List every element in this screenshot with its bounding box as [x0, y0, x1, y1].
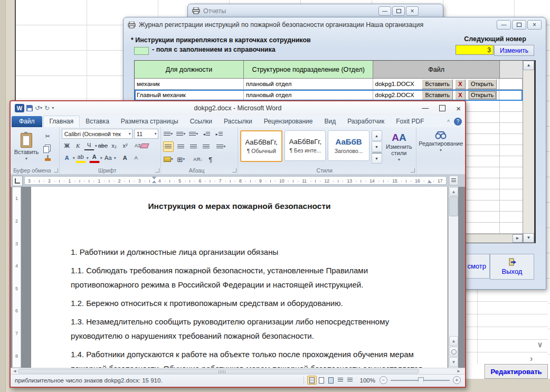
table-vscrollbar[interactable]: ▲ ▼ [523, 61, 534, 243]
edit-button[interactable]: Редактировать [485, 364, 548, 379]
subscript-button[interactable]: x₂ [109, 140, 119, 151]
font-size-combo[interactable]: 11▾ [134, 129, 158, 139]
editing-button[interactable]: Редактирование ▾ [419, 131, 463, 152]
open-file-button-focused[interactable]: Открыть [468, 90, 497, 100]
paragraph-dialog-launcher[interactable] [232, 168, 236, 173]
outline-view-button[interactable] [336, 376, 345, 385]
underline-button[interactable]: Ч [84, 141, 94, 150]
styles-gallery-more-button[interactable]: ▼ [372, 152, 382, 164]
horizontal-ruler[interactable]: 3 · ı · 2 · ı · 1 · ı · ı · 1 · ı · 2 · … [24, 176, 447, 185]
previous-page-button[interactable]: ▲ [449, 336, 458, 346]
zoom-slider[interactable] [391, 380, 450, 381]
zoom-level[interactable]: 100% [360, 377, 375, 384]
font-color-button[interactable]: А [89, 153, 100, 163]
style-heading1[interactable]: АаБбВ Заголово... [328, 130, 369, 161]
align-right-button[interactable] [188, 141, 199, 152]
tab-page-layout[interactable]: Разметка страницы [115, 116, 184, 127]
word-logo-button[interactable]: W [15, 104, 24, 112]
align-left-button[interactable] [163, 141, 174, 152]
tab-insert[interactable]: Вставка [80, 116, 115, 127]
scroll-up-button[interactable]: ▲ [449, 187, 458, 196]
table-row-selected[interactable]: Главный механик плановый отдел dokpg2.DO… [135, 90, 523, 101]
vscroll-thumb[interactable] [449, 196, 458, 216]
select-browse-object-button[interactable] [449, 347, 458, 357]
delete-file-button[interactable]: X [455, 79, 466, 89]
print-layout-view-button[interactable] [307, 376, 317, 385]
grow-font-button[interactable]: А [120, 152, 130, 163]
tab-references[interactable]: Ссылки [184, 116, 218, 127]
paste-button[interactable]: Вставить ▾ [13, 129, 40, 165]
shading-button[interactable]: ▾ [163, 154, 174, 165]
table-row[interactable]: механик плановый отдел dokpg1.DOCX Встав… [135, 79, 523, 90]
vscroll-down-button[interactable]: ▼ [523, 233, 534, 243]
strikethrough-button[interactable]: abe [98, 140, 108, 151]
vscroll-up-button[interactable]: ▲ [523, 61, 534, 70]
highlight-button[interactable]: ab [75, 153, 86, 163]
font-color-dropdown-icon[interactable]: ▾ [100, 156, 102, 160]
numbering-button[interactable]: ▾ [176, 129, 186, 139]
save-button[interactable] [26, 105, 33, 111]
align-center-button[interactable] [176, 141, 186, 152]
close-button[interactable]: × [456, 104, 461, 113]
reports-titlebar[interactable]: Отчеты — × [188, 4, 443, 17]
font-name-combo[interactable]: Calibri (Основной тек▾ [62, 129, 132, 139]
document-hscrollbar[interactable]: ◄ ► [11, 368, 465, 374]
exit-button[interactable]: Выход [490, 254, 534, 280]
qat-customize-button[interactable]: ▾ [52, 106, 54, 110]
ruler-toggle-button[interactable] [449, 176, 458, 185]
fullscreen-reading-view-button[interactable] [317, 376, 326, 385]
tab-selector[interactable] [12, 176, 23, 186]
delete-file-button[interactable]: X [455, 90, 466, 100]
copy-button[interactable] [42, 142, 53, 153]
underline-dropdown-icon[interactable]: ▾ [95, 144, 97, 148]
borders-button[interactable]: ⊞▾ [176, 154, 186, 165]
minimize-button[interactable]: — [497, 20, 511, 30]
insert-file-button[interactable]: Вставить [422, 79, 453, 89]
bullets-button[interactable]: ▾ [163, 129, 174, 139]
show-marks-button[interactable]: ¶ [205, 154, 216, 165]
minimize-button[interactable]: — [422, 104, 429, 113]
tab-developer[interactable]: Разработчик [342, 116, 390, 127]
decrease-indent-button[interactable]: ◄ [201, 129, 212, 139]
grid-scroll-chevron-down-icon[interactable]: ∨ [537, 341, 543, 348]
document-vscrollbar[interactable]: ▲ ▲ ▼ [448, 187, 458, 368]
word-titlebar[interactable]: W ↺▾ ↻ ▾ dokpg2.docx - Microsoft Word — … [11, 101, 465, 115]
highlight-dropdown-icon[interactable]: ▾ [87, 156, 89, 160]
close-button[interactable]: × [406, 6, 419, 16]
web-layout-view-button[interactable] [326, 376, 336, 385]
tab-file[interactable]: Файл [12, 116, 42, 127]
document-page[interactable]: Инструкция о мерах пожарной безопасности… [31, 187, 448, 368]
superscript-button[interactable]: x² [120, 140, 130, 151]
tab-home[interactable]: Главная [43, 116, 80, 127]
collapse-ribbon-button[interactable]: ^ [443, 117, 454, 127]
journal-titlebar[interactable]: Журнал регистрации инструкций по пожарно… [124, 17, 546, 32]
change-styles-button[interactable]: АA Изменить стили ▾ [384, 130, 414, 164]
zoom-in-button[interactable]: + [453, 376, 461, 384]
insert-file-button[interactable]: Вставить [422, 90, 453, 100]
style-no-spacing[interactable]: АаБбВвГг, ¶ Без инте... [285, 130, 326, 161]
styles-scroll-up-button[interactable]: ▲ [372, 130, 382, 141]
status-char-count[interactable]: приблизительное число знаков dokpg2.docx… [15, 377, 163, 384]
draft-view-button[interactable] [345, 376, 355, 385]
undo-button[interactable]: ↺▾ [35, 105, 42, 111]
vertical-ruler[interactable]: 1 2 3 4 5 6 7 8 [12, 187, 21, 368]
tab-view[interactable]: Вид [318, 116, 342, 127]
font-dialog-launcher[interactable] [155, 168, 159, 173]
change-number-button[interactable]: Изменить [494, 45, 534, 56]
open-file-button[interactable]: Открыть [468, 79, 497, 89]
redo-button[interactable]: ↻ [44, 105, 50, 111]
close-button[interactable]: × [527, 20, 542, 30]
grid-scroll-chevron-right-icon[interactable]: › [530, 355, 533, 363]
hscroll-right-button[interactable]: ► [513, 234, 523, 243]
vscroll-track[interactable] [523, 70, 534, 233]
zoom-out-button[interactable]: − [380, 376, 387, 384]
multilevel-list-button[interactable]: ▾ [188, 129, 199, 139]
tab-foxit-pdf[interactable]: Foxit PDF [390, 116, 430, 127]
bold-button[interactable]: Ж [62, 140, 72, 151]
tab-mailings[interactable]: Рассылки [218, 116, 258, 127]
indent-marker-right[interactable] [428, 180, 432, 183]
change-case-button[interactable]: Аа [103, 152, 113, 163]
line-spacing-button[interactable]: ▾ [216, 141, 226, 152]
minimize-button[interactable]: — [378, 6, 391, 16]
maximize-button[interactable] [439, 105, 445, 111]
